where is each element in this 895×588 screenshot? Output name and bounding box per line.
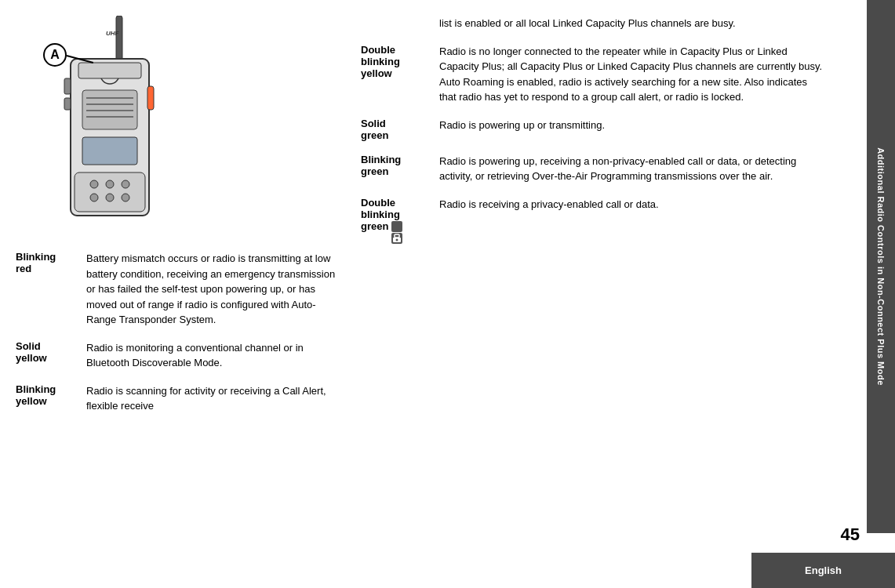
svg-rect-13 xyxy=(64,78,71,94)
svg-rect-15 xyxy=(75,172,145,212)
def-blinking-yellow: Radio is scanning for activity or receiv… xyxy=(86,383,345,414)
radio-image: A UHF M xyxy=(31,16,204,235)
term-solid-yellow: Solid yellow xyxy=(16,340,86,364)
right-column: list is enabled or all local Linked Capa… xyxy=(345,8,824,580)
term-double-blinking-green: Double blinking green xyxy=(361,197,439,233)
side-tab: Additional Radio Controls in Non-Connect… xyxy=(867,0,895,533)
svg-point-26 xyxy=(396,239,398,241)
svg-point-17 xyxy=(90,180,98,188)
svg-rect-16 xyxy=(147,86,154,110)
svg-rect-0 xyxy=(116,16,122,63)
a-label: A xyxy=(43,43,67,67)
svg-point-22 xyxy=(122,194,129,201)
entry-blinking-yellow: Blinking yellow Radio is scanning for ac… xyxy=(16,383,345,414)
term-solid-green: Solid green xyxy=(361,118,439,141)
entry-blinking-red: Blinking red Battery mismatch occurs or … xyxy=(16,251,345,328)
term-double-blinking-yellow: Double blinking yellow xyxy=(361,44,439,79)
term-blinking-yellow: Blinking yellow xyxy=(16,383,86,407)
def-solid-green: Radio is powering up or transmitting. xyxy=(439,118,605,133)
language-bar: English xyxy=(751,553,895,588)
svg-rect-6 xyxy=(78,63,141,78)
page-number: 45 xyxy=(841,524,860,545)
svg-rect-7 xyxy=(82,90,137,129)
side-tab-text: Additional Radio Controls in Non-Connect… xyxy=(876,147,886,386)
def-double-blinking-green: Radio is receiving a privacy-enabled cal… xyxy=(439,197,659,212)
page-container: A UHF M xyxy=(0,0,895,588)
def-blinking-green: Radio is powering up, receiving a non-pr… xyxy=(439,154,824,184)
svg-point-18 xyxy=(106,180,114,188)
svg-text:UHF: UHF xyxy=(106,30,120,37)
entry-double-blinking-yellow: Double blinking yellow Radio is no longe… xyxy=(361,44,824,105)
intro-text: list is enabled or all local Linked Capa… xyxy=(361,16,824,31)
entry-double-blinking-green: Double blinking green Radio is receiving… xyxy=(361,197,824,233)
svg-point-20 xyxy=(90,194,98,201)
term-blinking-green: Blinking green xyxy=(361,154,439,177)
language-label: English xyxy=(805,564,842,576)
svg-rect-12 xyxy=(82,137,137,165)
svg-point-21 xyxy=(106,194,114,201)
term-blinking-red: Blinking red xyxy=(16,251,86,274)
def-solid-yellow: Radio is monitoring a conventional chann… xyxy=(86,340,345,371)
entry-blinking-green: Blinking green Radio is powering up, rec… xyxy=(361,154,824,184)
svg-rect-14 xyxy=(64,98,71,110)
def-blinking-red: Battery mismatch occurs or radio is tran… xyxy=(86,251,345,328)
main-content: A UHF M xyxy=(0,0,863,588)
def-double-blinking-yellow: Radio is no longer connected to the repe… xyxy=(439,44,824,105)
svg-point-19 xyxy=(122,180,129,188)
entry-solid-yellow: Solid yellow Radio is monitoring a conve… xyxy=(16,340,345,371)
left-column: A UHF M xyxy=(16,8,345,580)
entry-solid-green: Solid green Radio is powering up or tran… xyxy=(361,118,824,141)
